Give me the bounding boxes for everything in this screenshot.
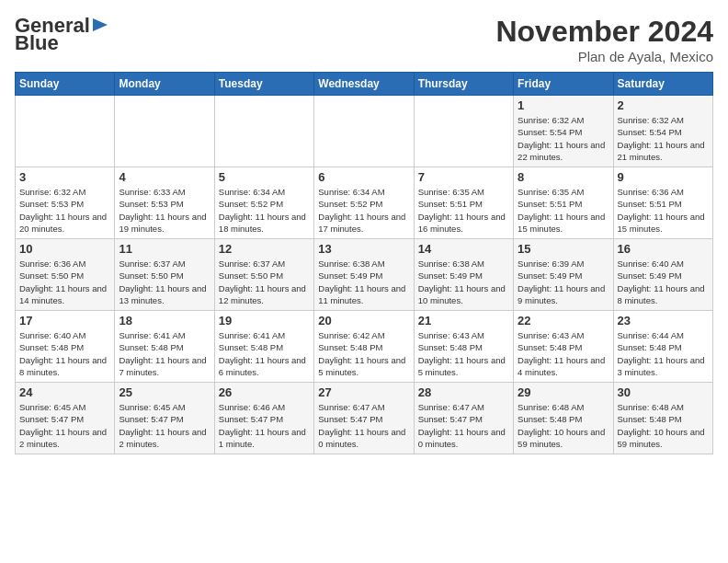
calendar-cell: 29Sunrise: 6:48 AM Sunset: 5:48 PM Dayli… — [514, 383, 613, 454]
weekday-wednesday: Wednesday — [314, 73, 414, 96]
calendar-cell: 15Sunrise: 6:39 AM Sunset: 5:49 PM Dayli… — [514, 239, 613, 311]
day-number: 9 — [618, 170, 709, 184]
day-number: 4 — [119, 170, 210, 184]
location: Plan de Ayala, Mexico — [495, 49, 713, 64]
calendar-cell: 10Sunrise: 6:36 AM Sunset: 5:50 PM Dayli… — [16, 239, 115, 311]
day-number: 28 — [418, 385, 509, 399]
calendar-cell: 17Sunrise: 6:40 AM Sunset: 5:48 PM Dayli… — [16, 311, 115, 383]
day-number: 5 — [219, 170, 310, 184]
calendar-cell: 4Sunrise: 6:33 AM Sunset: 5:53 PM Daylig… — [115, 167, 214, 239]
calendar-cell: 6Sunrise: 6:34 AM Sunset: 5:52 PM Daylig… — [314, 167, 414, 239]
calendar-cell: 3Sunrise: 6:32 AM Sunset: 5:53 PM Daylig… — [16, 167, 115, 239]
day-info: Sunrise: 6:46 AM Sunset: 5:47 PM Dayligh… — [219, 401, 310, 450]
calendar-cell: 25Sunrise: 6:45 AM Sunset: 5:47 PM Dayli… — [115, 383, 214, 454]
calendar-cell: 2Sunrise: 6:32 AM Sunset: 5:54 PM Daylig… — [613, 96, 712, 167]
calendar-cell: 9Sunrise: 6:36 AM Sunset: 5:51 PM Daylig… — [613, 167, 712, 239]
svg-marker-0 — [93, 18, 108, 31]
day-number: 22 — [518, 314, 609, 327]
day-info: Sunrise: 6:32 AM Sunset: 5:53 PM Dayligh… — [19, 186, 110, 235]
day-number: 17 — [19, 314, 110, 327]
day-info: Sunrise: 6:32 AM Sunset: 5:54 PM Dayligh… — [518, 114, 609, 163]
day-number: 23 — [618, 314, 709, 327]
day-info: Sunrise: 6:42 AM Sunset: 5:48 PM Dayligh… — [318, 329, 409, 378]
day-number: 29 — [518, 385, 609, 399]
calendar-cell: 5Sunrise: 6:34 AM Sunset: 5:52 PM Daylig… — [214, 167, 313, 239]
calendar-cell: 23Sunrise: 6:44 AM Sunset: 5:48 PM Dayli… — [613, 311, 712, 383]
day-number: 25 — [119, 385, 210, 399]
calendar-cell — [314, 96, 414, 167]
calendar-cell: 26Sunrise: 6:46 AM Sunset: 5:47 PM Dayli… — [214, 383, 313, 454]
calendar-week-2: 3Sunrise: 6:32 AM Sunset: 5:53 PM Daylig… — [16, 167, 713, 239]
calendar-week-1: 1Sunrise: 6:32 AM Sunset: 5:54 PM Daylig… — [16, 96, 713, 167]
day-info: Sunrise: 6:43 AM Sunset: 5:48 PM Dayligh… — [518, 329, 609, 378]
day-number: 30 — [618, 385, 709, 399]
day-number: 3 — [19, 170, 110, 184]
day-info: Sunrise: 6:41 AM Sunset: 5:48 PM Dayligh… — [219, 329, 310, 378]
day-number: 7 — [418, 170, 509, 184]
calendar-cell: 22Sunrise: 6:43 AM Sunset: 5:48 PM Dayli… — [514, 311, 613, 383]
calendar-cell: 28Sunrise: 6:47 AM Sunset: 5:47 PM Dayli… — [414, 383, 513, 454]
day-info: Sunrise: 6:47 AM Sunset: 5:47 PM Dayligh… — [418, 401, 509, 450]
calendar-cell — [214, 96, 313, 167]
weekday-monday: Monday — [115, 73, 214, 96]
day-info: Sunrise: 6:40 AM Sunset: 5:48 PM Dayligh… — [19, 329, 110, 378]
day-info: Sunrise: 6:33 AM Sunset: 5:53 PM Dayligh… — [119, 186, 210, 235]
day-info: Sunrise: 6:39 AM Sunset: 5:49 PM Dayligh… — [518, 258, 609, 306]
calendar-cell: 20Sunrise: 6:42 AM Sunset: 5:48 PM Dayli… — [314, 311, 414, 383]
day-info: Sunrise: 6:34 AM Sunset: 5:52 PM Dayligh… — [318, 186, 409, 235]
day-number: 20 — [318, 314, 409, 327]
day-number: 12 — [219, 242, 310, 256]
day-number: 19 — [219, 314, 310, 327]
day-number: 10 — [19, 242, 110, 256]
day-info: Sunrise: 6:37 AM Sunset: 5:50 PM Dayligh… — [219, 258, 310, 306]
weekday-friday: Friday — [514, 73, 613, 96]
day-number: 6 — [318, 170, 409, 184]
calendar-cell: 14Sunrise: 6:38 AM Sunset: 5:49 PM Dayli… — [414, 239, 513, 311]
day-number: 11 — [119, 242, 210, 256]
calendar-cell: 21Sunrise: 6:43 AM Sunset: 5:48 PM Dayli… — [414, 311, 513, 383]
page-header: General Blue November 2024 Plan de Ayala… — [15, 15, 713, 64]
day-info: Sunrise: 6:32 AM Sunset: 5:54 PM Dayligh… — [618, 114, 709, 163]
day-number: 16 — [618, 242, 709, 256]
calendar-cell: 18Sunrise: 6:41 AM Sunset: 5:48 PM Dayli… — [115, 311, 214, 383]
day-info: Sunrise: 6:43 AM Sunset: 5:48 PM Dayligh… — [418, 329, 509, 378]
calendar-cell: 19Sunrise: 6:41 AM Sunset: 5:48 PM Dayli… — [214, 311, 313, 383]
day-number: 14 — [418, 242, 509, 256]
day-info: Sunrise: 6:47 AM Sunset: 5:47 PM Dayligh… — [318, 401, 409, 450]
day-info: Sunrise: 6:35 AM Sunset: 5:51 PM Dayligh… — [518, 186, 609, 235]
day-number: 13 — [318, 242, 409, 256]
day-number: 8 — [518, 170, 609, 184]
day-info: Sunrise: 6:37 AM Sunset: 5:50 PM Dayligh… — [119, 258, 210, 306]
day-info: Sunrise: 6:40 AM Sunset: 5:49 PM Dayligh… — [618, 258, 709, 306]
weekday-tuesday: Tuesday — [214, 73, 313, 96]
day-number: 24 — [19, 385, 110, 399]
calendar-cell: 24Sunrise: 6:45 AM Sunset: 5:47 PM Dayli… — [16, 383, 115, 454]
day-number: 18 — [119, 314, 210, 327]
day-info: Sunrise: 6:35 AM Sunset: 5:51 PM Dayligh… — [418, 186, 509, 235]
day-info: Sunrise: 6:48 AM Sunset: 5:48 PM Dayligh… — [518, 401, 609, 450]
calendar-cell: 16Sunrise: 6:40 AM Sunset: 5:49 PM Dayli… — [613, 239, 712, 311]
calendar-cell: 1Sunrise: 6:32 AM Sunset: 5:54 PM Daylig… — [514, 96, 613, 167]
day-number: 15 — [518, 242, 609, 256]
day-info: Sunrise: 6:38 AM Sunset: 5:49 PM Dayligh… — [318, 258, 409, 306]
calendar-week-5: 24Sunrise: 6:45 AM Sunset: 5:47 PM Dayli… — [16, 383, 713, 454]
calendar-cell — [115, 96, 214, 167]
calendar-week-4: 17Sunrise: 6:40 AM Sunset: 5:48 PM Dayli… — [16, 311, 713, 383]
logo: General Blue — [15, 15, 109, 53]
calendar-cell — [16, 96, 115, 167]
day-info: Sunrise: 6:38 AM Sunset: 5:49 PM Dayligh… — [418, 258, 509, 306]
calendar-table: SundayMondayTuesdayWednesdayThursdayFrid… — [15, 72, 713, 454]
calendar-cell: 13Sunrise: 6:38 AM Sunset: 5:49 PM Dayli… — [314, 239, 414, 311]
calendar-cell: 30Sunrise: 6:48 AM Sunset: 5:48 PM Dayli… — [613, 383, 712, 454]
day-info: Sunrise: 6:48 AM Sunset: 5:48 PM Dayligh… — [618, 401, 709, 450]
day-number: 1 — [518, 98, 609, 112]
calendar-cell: 7Sunrise: 6:35 AM Sunset: 5:51 PM Daylig… — [414, 167, 513, 239]
title-section: November 2024 Plan de Ayala, Mexico — [495, 15, 713, 64]
weekday-saturday: Saturday — [613, 73, 712, 96]
day-number: 2 — [618, 98, 709, 112]
day-info: Sunrise: 6:45 AM Sunset: 5:47 PM Dayligh… — [19, 401, 110, 450]
month-title: November 2024 — [495, 15, 713, 49]
calendar-cell: 8Sunrise: 6:35 AM Sunset: 5:51 PM Daylig… — [514, 167, 613, 239]
calendar-body: 1Sunrise: 6:32 AM Sunset: 5:54 PM Daylig… — [16, 96, 713, 454]
weekday-thursday: Thursday — [414, 73, 513, 96]
